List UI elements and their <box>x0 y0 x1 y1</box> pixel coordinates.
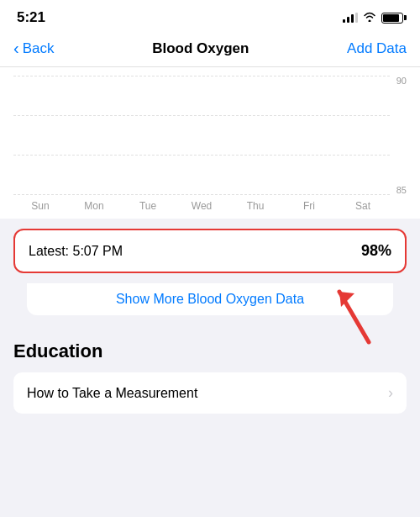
red-arrow-annotation <box>323 275 381 354</box>
signal-icon <box>343 13 358 23</box>
back-label: Back <box>23 40 55 57</box>
back-button[interactable]: ‹ Back <box>13 40 54 57</box>
status-bar: 5:21 <box>0 0 420 30</box>
status-time: 5:21 <box>17 9 45 26</box>
chart-container: 90 85 Sun Mon Tue Wed Thu Fri Sat <box>0 67 420 219</box>
chart-x-mon: Mon <box>67 200 121 212</box>
chart-y-label-top: 90 <box>396 76 407 86</box>
wifi-icon <box>363 11 376 24</box>
chart-x-fri: Fri <box>282 200 336 212</box>
chart-x-labels: Sun Mon Tue Wed Thu Fri Sat <box>13 197 390 219</box>
chart-x-thu: Thu <box>228 200 282 212</box>
education-item-label: How to Take a Measurement <box>27 386 197 401</box>
page-title: Blood Oxygen <box>152 40 249 57</box>
reading-label: Latest: 5:07 PM <box>29 244 123 259</box>
show-more-link[interactable]: Show More Blood Oxygen Data <box>116 292 304 306</box>
back-chevron-icon: ‹ <box>13 40 19 56</box>
education-item[interactable]: How to Take a Measurement › <box>13 372 407 414</box>
reading-value: 98% <box>361 242 391 260</box>
add-data-button[interactable]: Add Data <box>347 40 407 57</box>
show-more-section: Show More Blood Oxygen Data <box>13 283 407 315</box>
chart-y-label-bottom: 85 <box>396 185 407 195</box>
status-icons <box>343 11 403 24</box>
nav-bar: ‹ Back Blood Oxygen Add Data <box>0 30 420 67</box>
chart-grid <box>13 76 390 195</box>
chart-x-tue: Tue <box>121 200 175 212</box>
reading-card: Latest: 5:07 PM 98% <box>13 229 407 273</box>
education-chevron-icon: › <box>388 384 393 402</box>
chart-x-wed: Wed <box>175 200 228 212</box>
battery-icon <box>381 13 403 24</box>
chart-x-sat: Sat <box>336 200 390 212</box>
chart-x-sun: Sun <box>13 200 67 212</box>
